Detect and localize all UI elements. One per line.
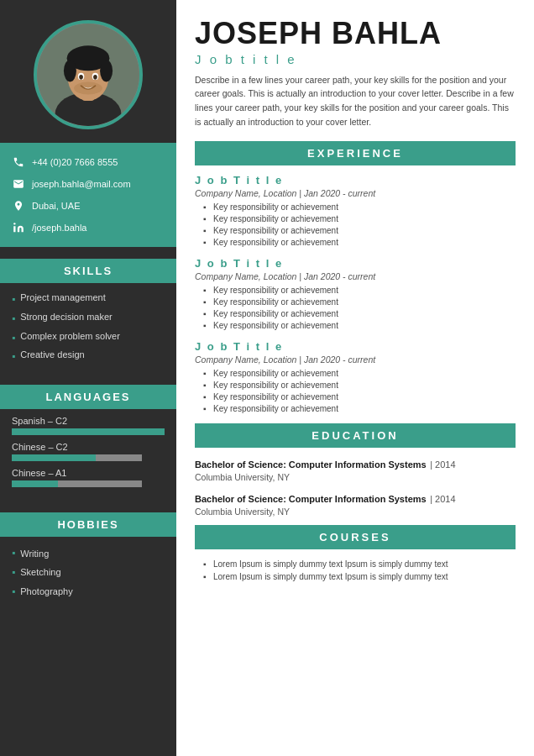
exp-bullet: Key responsibility or achievement xyxy=(203,320,516,332)
exp-company: Company Name, Location | Jan 2020 - curr… xyxy=(195,354,516,365)
name-section: JOSEPH BAHLA J o b t i t l e Describe in… xyxy=(195,17,516,129)
avatar-section xyxy=(0,0,176,143)
exp-bullet: Key responsibility or achievement xyxy=(203,380,516,391)
skill-text: Creative design xyxy=(20,349,84,360)
education-item: Bachelor of Science: Computer Informatio… xyxy=(195,456,516,482)
exp-bullet: Key responsibility or achievement xyxy=(203,285,516,297)
hobby-text: Sketching xyxy=(20,567,60,577)
hobby-text: Writing xyxy=(20,549,49,559)
experience-section: EXPERIENCE J o b T i t l e Company Name,… xyxy=(195,141,516,415)
contact-linkedin: /joseph.bahla xyxy=(12,217,165,239)
exp-bullet: Key responsibility or achievement xyxy=(203,237,516,249)
education-item: Bachelor of Science: Computer Informatio… xyxy=(195,491,516,517)
exp-job-title: J o b T i t l e xyxy=(195,174,516,186)
svg-point-9 xyxy=(79,75,83,80)
exp-job-title: J o b T i t l e xyxy=(195,257,516,270)
avatar xyxy=(34,20,143,129)
edu-school: Columbia University, NY xyxy=(195,507,516,517)
phone-icon xyxy=(12,155,25,169)
edu-degree-line: Bachelor of Science: Computer Informatio… xyxy=(195,491,516,506)
skills-section: ▪ Project management ▪ Strong decision m… xyxy=(0,283,176,373)
language-bar xyxy=(12,428,165,435)
email-icon xyxy=(12,177,25,191)
courses-section: COURSES Lorem Ipsum is simply dummy text… xyxy=(195,525,516,583)
language-item: Chinese – A1 xyxy=(12,468,165,487)
skill-item: ▪ Complex problem solver xyxy=(12,328,165,348)
bullet-icon: ▪ xyxy=(12,546,15,560)
language-bar xyxy=(12,480,165,487)
exp-company: Company Name, Location | Jan 2020 - curr… xyxy=(195,188,516,198)
exp-bullet: Key responsibility or achievement xyxy=(203,368,516,380)
skill-item: ▪ Strong decision maker xyxy=(12,309,165,328)
edu-degree: Bachelor of Science: Computer Informatio… xyxy=(195,459,427,470)
contact-phone: +44 (0)20 7666 8555 xyxy=(12,151,165,173)
exp-bullet: Key responsibility or achievement xyxy=(203,202,516,213)
exp-bullet: Key responsibility or achievement xyxy=(203,225,516,237)
language-bar xyxy=(12,454,165,461)
bullet-icon: ▪ xyxy=(12,292,15,307)
contact-email: joseph.bahla@mail.com xyxy=(12,173,165,195)
experience-item: J o b T i t l e Company Name, Location |… xyxy=(195,174,516,249)
exp-job-title: J o b T i t l e xyxy=(195,340,516,353)
exp-bullet: Key responsibility or achievement xyxy=(203,403,516,415)
linkedin-icon xyxy=(12,221,25,234)
hobbies-section: ▪ Writing ▪ Sketching ▪ Photography xyxy=(0,537,176,607)
main-content: JOSEPH BAHLA J o b t i t l e Describe in… xyxy=(176,0,534,756)
language-name: Spanish – C2 xyxy=(12,416,165,426)
hobby-text: Photography xyxy=(20,586,72,596)
education-header: EDUCATION xyxy=(195,423,516,448)
language-bar-fill xyxy=(12,480,58,487)
language-bar-fill xyxy=(12,428,165,435)
language-name: Chinese – C2 xyxy=(12,442,165,452)
location-icon xyxy=(12,199,25,213)
edu-school: Columbia University, NY xyxy=(195,472,516,482)
email-text: joseph.bahla@mail.com xyxy=(32,179,131,189)
exp-bullets: Key responsibility or achievement Key re… xyxy=(203,285,516,332)
experience-item: J o b T i t l e Company Name, Location |… xyxy=(195,340,516,415)
linkedin-text: /joseph.bahla xyxy=(32,223,86,233)
svg-point-10 xyxy=(93,75,97,80)
skill-item: ▪ Creative design xyxy=(12,347,165,366)
contact-location: Dubai, UAE xyxy=(12,195,165,217)
svg-point-5 xyxy=(64,60,76,81)
location-text: Dubai, UAE xyxy=(32,201,80,211)
job-title-label: J o b t i t l e xyxy=(195,52,516,66)
education-section: EDUCATION Bachelor of Science: Computer … xyxy=(195,423,516,517)
language-bar-fill2 xyxy=(58,480,142,487)
edu-degree: Bachelor of Science: Computer Informatio… xyxy=(195,494,427,504)
language-bar-fill2 xyxy=(96,454,142,461)
course-item: Lorem Ipsum is simply dummy text Ipsum i… xyxy=(203,558,516,570)
intro-text: Describe in a few lines your career path… xyxy=(195,73,516,129)
skills-header: SKILLS xyxy=(0,259,176,283)
languages-section: Spanish – C2 Chinese – C2 Chinese – A1 xyxy=(0,409,176,501)
skill-text: Strong decision maker xyxy=(20,312,112,322)
hobby-item: ▪ Writing xyxy=(12,543,165,563)
language-bar-fill xyxy=(12,454,96,461)
languages-header: LANGUAGES xyxy=(0,385,176,409)
candidate-name: JOSEPH BAHLA xyxy=(195,17,516,50)
exp-bullets: Key responsibility or achievement Key re… xyxy=(203,202,516,249)
experience-item: J o b T i t l e Company Name, Location |… xyxy=(195,257,516,332)
exp-bullet: Key responsibility or achievement xyxy=(203,213,516,225)
courses-header: COURSES xyxy=(195,525,516,549)
course-item: Lorem Ipsum is simply dummy text Ipsum i… xyxy=(203,570,516,583)
svg-point-6 xyxy=(100,60,113,81)
exp-bullet: Key responsibility or achievement xyxy=(203,391,516,403)
bullet-icon: ▪ xyxy=(12,331,15,345)
bullet-icon: ▪ xyxy=(12,349,15,364)
svg-point-11 xyxy=(74,81,102,94)
svg-point-12 xyxy=(13,223,15,224)
skill-text: Project management xyxy=(20,292,106,302)
sidebar: +44 (0)20 7666 8555 joseph.bahla@mail.co… xyxy=(0,0,176,756)
bullet-icon: ▪ xyxy=(12,565,15,580)
exp-bullets: Key responsibility or achievement Key re… xyxy=(203,368,516,415)
exp-company: Company Name, Location | Jan 2020 - curr… xyxy=(195,271,516,281)
courses-list: Lorem Ipsum is simply dummy text Ipsum i… xyxy=(203,558,516,583)
exp-bullet: Key responsibility or achievement xyxy=(203,308,516,320)
phone-text: +44 (0)20 7666 8555 xyxy=(32,157,118,167)
hobby-item: ▪ Sketching xyxy=(12,563,165,582)
exp-bullet: Key responsibility or achievement xyxy=(203,297,516,308)
bullet-icon: ▪ xyxy=(12,585,15,599)
edu-degree-line: Bachelor of Science: Computer Informatio… xyxy=(195,456,516,471)
edu-year: | 2014 xyxy=(430,494,455,504)
